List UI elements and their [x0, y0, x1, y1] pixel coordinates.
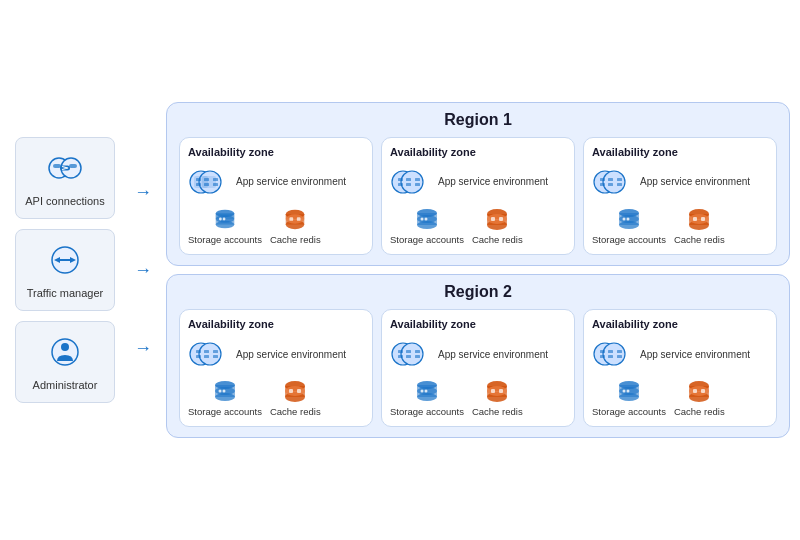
svg-point-84: [218, 390, 221, 393]
svg-rect-74: [196, 350, 201, 353]
svg-rect-110: [491, 389, 495, 393]
svg-rect-36: [406, 178, 411, 181]
zone1-2-app-row: App service environment: [390, 166, 566, 198]
zone2-2-bottom: Storage accounts Cache redis: [390, 376, 566, 418]
zone2-3-cache: Cache redis: [674, 378, 725, 418]
region2-title: Region 2: [179, 283, 777, 301]
zone1-3-box: Availability zone: [583, 137, 777, 255]
left-sidebar: API connections Traffic manager: [10, 137, 120, 404]
zone1-2-storage: Storage accounts: [390, 206, 464, 246]
zone1-3-bottom: Storage accounts Cache redis: [592, 204, 768, 246]
svg-rect-99: [415, 355, 420, 358]
zone1-1-box: Availability zone: [179, 137, 373, 255]
api-connections-icon: [45, 148, 85, 188]
zone2-3-bottom: Storage accounts Cache redis: [592, 376, 768, 418]
svg-point-6: [52, 339, 78, 365]
svg-rect-77: [204, 355, 209, 358]
svg-rect-51: [499, 217, 503, 221]
zone1-3-cache: Cache redis: [674, 206, 725, 246]
zone2-1-bottom: Storage accounts Cache redis: [188, 376, 364, 418]
zone2-3-app-row: App service environment: [592, 338, 768, 370]
zone1-2-bottom: Storage accounts Cache redis: [390, 204, 566, 246]
svg-rect-78: [213, 350, 218, 353]
zone1-1-title: Availability zone: [188, 146, 364, 158]
svg-point-23: [219, 217, 222, 220]
svg-rect-116: [608, 350, 613, 353]
arrows-column: → → →: [128, 183, 158, 357]
sidebar-item-traffic-manager: Traffic manager: [15, 229, 115, 311]
svg-rect-79: [213, 355, 218, 358]
svg-point-73: [199, 343, 221, 365]
svg-point-45: [424, 217, 427, 220]
zone2-3-storage-label: Storage accounts: [592, 406, 666, 418]
zone1-3-cache-label: Cache redis: [674, 234, 725, 246]
zone2-2-storage: Storage accounts: [390, 378, 464, 418]
zone2-3-title: Availability zone: [592, 318, 768, 330]
arrow-traffic: →: [134, 261, 152, 279]
svg-rect-14: [204, 178, 209, 181]
svg-rect-56: [608, 178, 613, 181]
svg-rect-95: [398, 355, 403, 358]
zone2-2-title: Availability zone: [390, 318, 566, 330]
svg-rect-50: [491, 217, 495, 221]
zone1-1-cache: Cache redis: [270, 206, 321, 246]
zone1-3-storage: Storage accounts: [592, 206, 666, 246]
zone2-2-box: Availability zone: [381, 309, 575, 427]
zone1-3-app-row: App service environment: [592, 166, 768, 198]
svg-rect-131: [701, 389, 705, 393]
svg-point-124: [622, 390, 625, 393]
svg-rect-75: [196, 355, 201, 358]
zone1-1-ase-icon: [188, 166, 230, 198]
zone1-2-storage-label: Storage accounts: [390, 234, 464, 246]
svg-rect-117: [608, 355, 613, 358]
zone2-1-app-label: App service environment: [236, 348, 346, 361]
svg-point-104: [420, 390, 423, 393]
svg-rect-58: [617, 178, 622, 181]
svg-rect-15: [204, 183, 209, 186]
zone1-2-cache-label: Cache redis: [472, 234, 523, 246]
svg-point-113: [603, 343, 625, 365]
zone1-2-title: Availability zone: [390, 146, 566, 158]
svg-rect-34: [398, 178, 403, 181]
zone1-3-app-label: App service environment: [640, 175, 750, 188]
svg-point-7: [61, 343, 69, 351]
svg-rect-30: [290, 217, 294, 221]
svg-rect-13: [196, 183, 201, 186]
arrow-api: →: [134, 183, 152, 201]
region1-box: Region 1 Availability zone: [166, 102, 790, 266]
svg-rect-37: [406, 183, 411, 186]
zone2-3-cache-label: Cache redis: [674, 406, 725, 418]
zone2-1-cache-label: Cache redis: [270, 406, 321, 418]
zone1-1-bottom: Storage accounts: [188, 204, 364, 246]
zone2-1-cache: Cache redis: [270, 378, 321, 418]
zone2-2-ase-icon: [390, 338, 432, 370]
administrator-icon: [45, 332, 85, 372]
svg-rect-119: [617, 355, 622, 358]
svg-rect-91: [297, 389, 301, 393]
svg-point-93: [401, 343, 423, 365]
svg-point-24: [223, 217, 226, 220]
svg-point-89: [285, 386, 305, 396]
svg-rect-54: [600, 178, 605, 181]
svg-rect-16: [213, 178, 218, 181]
svg-point-44: [420, 217, 423, 220]
svg-point-125: [626, 390, 629, 393]
zone2-1-storage: Storage accounts: [188, 378, 262, 418]
zone2-3-box: Availability zone: [583, 309, 777, 427]
svg-rect-39: [415, 183, 420, 186]
zone2-1-app-row: App service environment: [188, 338, 364, 370]
svg-rect-17: [213, 183, 218, 186]
svg-rect-38: [415, 178, 420, 181]
region2-zones: Availability zone: [179, 309, 777, 427]
svg-rect-76: [204, 350, 209, 353]
svg-point-129: [689, 386, 709, 396]
administrator-label: Administrator: [33, 378, 98, 392]
right-area: Region 1 Availability zone: [166, 10, 790, 530]
svg-rect-70: [693, 217, 697, 221]
svg-rect-94: [398, 350, 403, 353]
zone2-3-app-label: App service environment: [640, 348, 750, 361]
zone2-2-storage-label: Storage accounts: [390, 406, 464, 418]
zone1-1-app-label: App service environment: [236, 175, 346, 188]
svg-rect-130: [693, 389, 697, 393]
zone2-2-app-row: App service environment: [390, 338, 566, 370]
